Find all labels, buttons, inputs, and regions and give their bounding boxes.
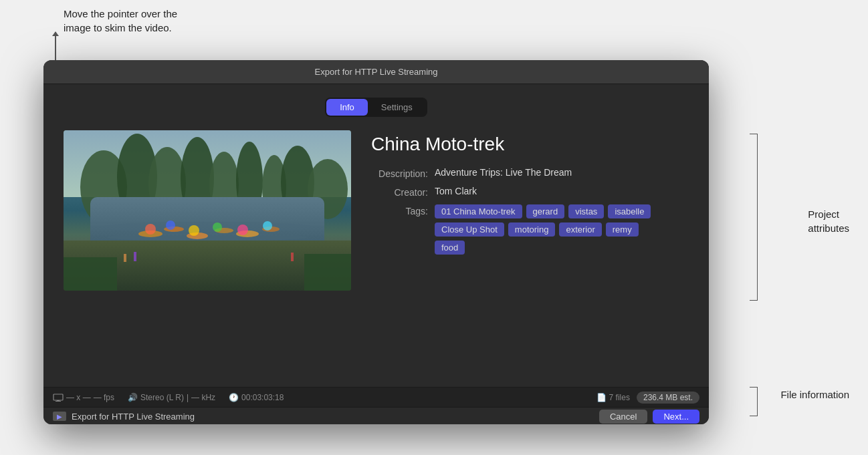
- main-content-row: China Moto-trek Description: Adventure T…: [64, 130, 689, 291]
- project-title: China Moto-trek: [371, 134, 689, 155]
- svg-point-12: [107, 233, 308, 241]
- status-duration: 🕐 00:03:03:18: [229, 393, 284, 402]
- tag-item[interactable]: exterior: [559, 222, 601, 237]
- video-thumbnail[interactable]: [64, 130, 351, 291]
- tag-item[interactable]: gerard: [526, 204, 565, 218]
- tab-settings[interactable]: Settings: [368, 99, 426, 116]
- resolution-icon: [53, 394, 64, 402]
- export-label: Export for HTTP Live Streaming: [72, 412, 195, 422]
- dialog-title: Export for HTTP Live Streaming: [315, 67, 438, 77]
- svg-rect-29: [134, 252, 136, 261]
- dialog-titlebar: Export for HTTP Live Streaming: [43, 60, 709, 84]
- tags-label: Tags:: [371, 204, 435, 216]
- dialog-content: Info Settings: [43, 84, 709, 387]
- tabs-container: Info Settings: [64, 98, 689, 117]
- bracket-fileinfo: [750, 387, 758, 416]
- status-resolution: — x — — fps: [53, 393, 114, 402]
- svg-point-11: [100, 222, 314, 233]
- export-dialog: Export for HTTP Live Streaming Info Sett…: [43, 60, 709, 424]
- description-label: Description:: [371, 167, 435, 179]
- svg-point-21: [166, 220, 175, 230]
- annotation-attributes: Projectattributes: [808, 207, 849, 235]
- description-value: Adventure Trips: Live The Dream: [435, 167, 572, 178]
- tag-item[interactable]: food: [435, 241, 465, 255]
- buttons-right: Cancel Next...: [599, 410, 699, 424]
- svg-point-23: [213, 222, 222, 232]
- tag-item[interactable]: 01 China Moto-trek: [435, 204, 522, 218]
- export-icon: ▶: [53, 412, 66, 421]
- creator-label: Creator:: [371, 186, 435, 198]
- tag-item[interactable]: Close Up Shot: [435, 222, 504, 237]
- video-placeholder: [64, 130, 351, 291]
- tabs-group: Info Settings: [325, 98, 427, 117]
- svg-rect-27: [304, 254, 351, 291]
- bracket-attributes: [750, 134, 758, 301]
- file-size-badge: 236.4 MB est.: [637, 392, 699, 404]
- svg-rect-30: [291, 253, 294, 261]
- next-button[interactable]: Next...: [653, 410, 699, 424]
- status-audio: 🔊 Stereo (L R) | — kHz: [128, 393, 215, 402]
- description-row: Description: Adventure Trips: Live The D…: [371, 167, 689, 179]
- tags-row: Tags: 01 China Moto-trekgerardvistasisab…: [371, 204, 689, 255]
- cancel-button[interactable]: Cancel: [599, 410, 647, 424]
- tag-item[interactable]: remy: [606, 222, 639, 237]
- svg-point-20: [145, 224, 156, 235]
- project-info-section: China Moto-trek Description: Adventure T…: [371, 130, 689, 261]
- svg-rect-33: [56, 401, 61, 402]
- status-right: 📄 7 files 236.4 MB est.: [596, 392, 699, 404]
- tag-item[interactable]: vistas: [568, 204, 604, 218]
- status-bar: — x — — fps 🔊 Stereo (L R) | — kHz 🕐 00:…: [43, 388, 709, 408]
- creator-value: Tom Clark: [435, 186, 477, 196]
- svg-point-22: [189, 225, 199, 236]
- tags-container: 01 China Moto-trekgerardvistasisabelleCl…: [435, 204, 662, 255]
- svg-rect-31: [53, 394, 63, 400]
- export-status: ▶ Export for HTTP Live Streaming: [53, 412, 195, 422]
- tag-item[interactable]: isabelle: [608, 204, 651, 218]
- svg-point-25: [263, 221, 272, 231]
- tab-info[interactable]: Info: [326, 99, 368, 116]
- dialog-bottom: — x — — fps 🔊 Stereo (L R) | — kHz 🕐 00:…: [43, 387, 709, 424]
- creator-row: Creator: Tom Clark: [371, 186, 689, 198]
- button-bar: ▶ Export for HTTP Live Streaming Cancel …: [43, 408, 709, 424]
- annotation-fileinfo: File information: [780, 389, 849, 400]
- svg-point-24: [237, 224, 248, 235]
- tag-item[interactable]: motoring: [508, 222, 556, 237]
- annotation-pointer: Move the pointer over theimage to skim t…: [64, 7, 177, 35]
- svg-rect-28: [124, 254, 126, 262]
- video-scene-svg: [64, 130, 351, 291]
- file-count: 📄 7 files: [596, 393, 630, 402]
- svg-rect-26: [64, 257, 117, 291]
